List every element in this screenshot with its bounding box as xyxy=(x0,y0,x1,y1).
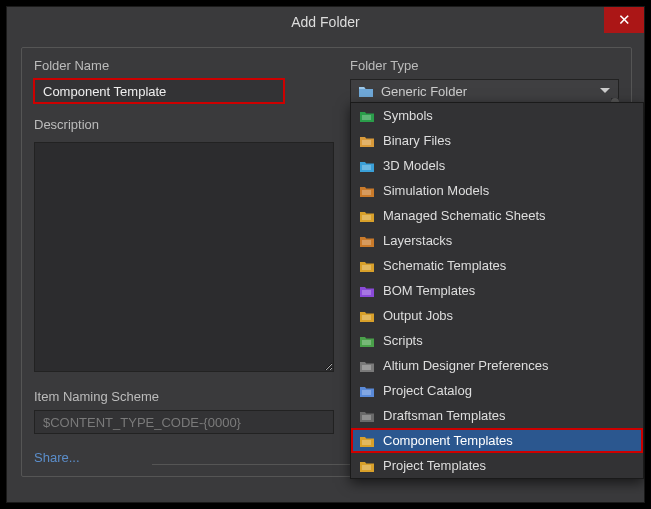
folder-type-option-label: Layerstacks xyxy=(383,233,452,248)
naming-scheme-label: Item Naming Scheme xyxy=(34,389,334,404)
catalog-icon xyxy=(357,383,377,399)
binary-icon xyxy=(357,133,377,149)
description-input[interactable] xyxy=(34,142,334,372)
svg-rect-1 xyxy=(362,140,371,145)
schematic-icon xyxy=(357,208,377,224)
folder-name-label: Folder Name xyxy=(34,58,334,73)
schtpl-icon xyxy=(357,258,377,274)
svg-rect-7 xyxy=(362,290,371,295)
sim-icon xyxy=(357,183,377,199)
folder-type-option-label: Project Catalog xyxy=(383,383,472,398)
chevron-down-icon xyxy=(600,88,610,93)
bom-icon xyxy=(357,283,377,299)
layerstacks-icon xyxy=(357,233,377,249)
folder-type-option[interactable]: Schematic Templates xyxy=(351,253,643,278)
folder-type-combo[interactable]: Generic Folder xyxy=(350,79,619,103)
folder-type-option-label: BOM Templates xyxy=(383,283,475,298)
folder-type-label: Folder Type xyxy=(350,58,619,73)
right-column: Folder Type Generic Folder SymbolsBinary… xyxy=(350,58,619,465)
main-panel: Folder Name Description Item Naming Sche… xyxy=(21,47,632,477)
close-icon: ✕ xyxy=(618,11,631,29)
folder-type-dropdown: SymbolsBinary Files3D ModelsSimulation M… xyxy=(350,102,644,479)
folder-type-option[interactable]: Managed Schematic Sheets xyxy=(351,203,643,228)
folder-type-option[interactable]: Scripts xyxy=(351,328,643,353)
folder-type-option-label: Symbols xyxy=(383,108,433,123)
svg-rect-11 xyxy=(362,390,371,395)
folder-type-option[interactable]: BOM Templates xyxy=(351,278,643,303)
dialog-body: Folder Name Description Item Naming Sche… xyxy=(7,37,644,483)
folder-type-option-label: Binary Files xyxy=(383,133,451,148)
add-folder-dialog: Add Folder ✕ Folder Name Description Ite… xyxy=(6,6,645,503)
folder-type-selected-text: Generic Folder xyxy=(381,84,467,99)
scripts-icon xyxy=(357,333,377,349)
folder-type-option-label: Draftsman Templates xyxy=(383,408,506,423)
folder-type-option-label: Managed Schematic Sheets xyxy=(383,208,546,223)
folder-icon xyxy=(357,83,375,99)
svg-rect-4 xyxy=(362,215,371,220)
svg-rect-9 xyxy=(362,340,371,345)
folder-type-option[interactable]: Project Catalog xyxy=(351,378,643,403)
prefs-icon xyxy=(357,358,377,374)
folder-type-option[interactable]: Simulation Models xyxy=(351,178,643,203)
naming-scheme-input[interactable] xyxy=(34,410,334,434)
comptpl-icon xyxy=(357,433,377,449)
folder-type-option-label: Altium Designer Preferences xyxy=(383,358,548,373)
folder-name-input[interactable] xyxy=(34,79,284,103)
svg-rect-6 xyxy=(362,265,371,270)
draftsman-icon xyxy=(357,408,377,424)
share-link[interactable]: Share... xyxy=(34,450,80,465)
output-icon xyxy=(357,308,377,324)
svg-rect-8 xyxy=(362,315,371,320)
svg-rect-13 xyxy=(362,440,371,445)
svg-rect-14 xyxy=(362,465,371,470)
svg-rect-10 xyxy=(362,365,371,370)
folder-type-option-label: Component Templates xyxy=(383,433,513,448)
svg-rect-3 xyxy=(362,190,371,195)
folder-type-option-label: Output Jobs xyxy=(383,308,453,323)
titlebar: Add Folder ✕ xyxy=(7,7,644,37)
projtpl-icon xyxy=(357,458,377,474)
svg-rect-12 xyxy=(362,415,371,420)
folder-type-option[interactable]: Symbols xyxy=(351,103,643,128)
dialog-title: Add Folder xyxy=(291,14,359,30)
folder-type-option-label: Simulation Models xyxy=(383,183,489,198)
folder-type-option[interactable]: 3D Models xyxy=(351,153,643,178)
folder-type-option[interactable]: Altium Designer Preferences xyxy=(351,353,643,378)
folder-type-option-label: Project Templates xyxy=(383,458,486,473)
svg-rect-0 xyxy=(362,115,371,120)
svg-rect-2 xyxy=(362,165,371,170)
folder-type-option-label: Scripts xyxy=(383,333,423,348)
folder-type-option-label: 3D Models xyxy=(383,158,445,173)
close-button[interactable]: ✕ xyxy=(604,7,644,33)
folder-type-option[interactable]: Project Templates xyxy=(351,453,643,478)
folder-type-option[interactable]: Output Jobs xyxy=(351,303,643,328)
models3d-icon xyxy=(357,158,377,174)
folder-type-option[interactable]: Draftsman Templates xyxy=(351,403,643,428)
description-label: Description xyxy=(34,117,334,132)
svg-rect-5 xyxy=(362,240,371,245)
folder-type-option[interactable]: Binary Files xyxy=(351,128,643,153)
folder-type-option[interactable]: Layerstacks xyxy=(351,228,643,253)
symbols-icon xyxy=(357,108,377,124)
left-column: Folder Name Description Item Naming Sche… xyxy=(34,58,334,465)
folder-type-option[interactable]: Component Templates xyxy=(351,428,643,453)
folder-type-option-label: Schematic Templates xyxy=(383,258,506,273)
